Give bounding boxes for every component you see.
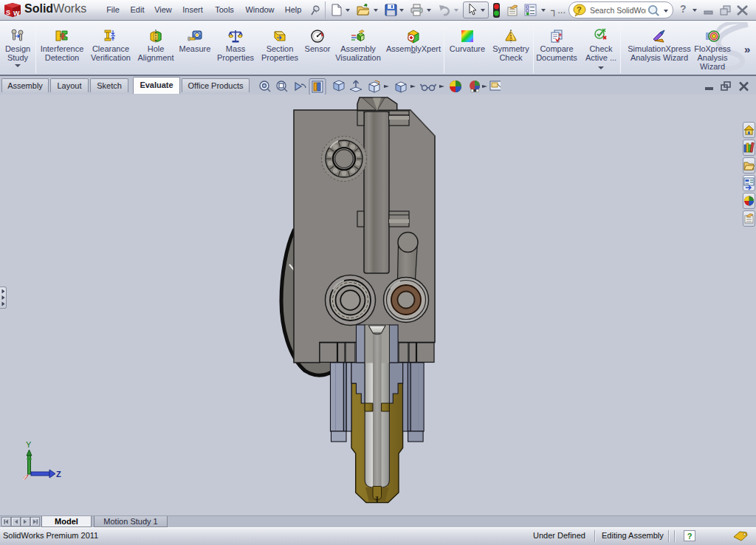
- svg-text:Z: Z: [56, 470, 61, 479]
- svg-text:S: S: [6, 9, 10, 16]
- svg-text:Y: Y: [26, 440, 32, 449]
- svg-text:W: W: [13, 10, 20, 17]
- svg-text:?: ?: [577, 5, 582, 14]
- svg-text:±: ±: [559, 32, 562, 37]
